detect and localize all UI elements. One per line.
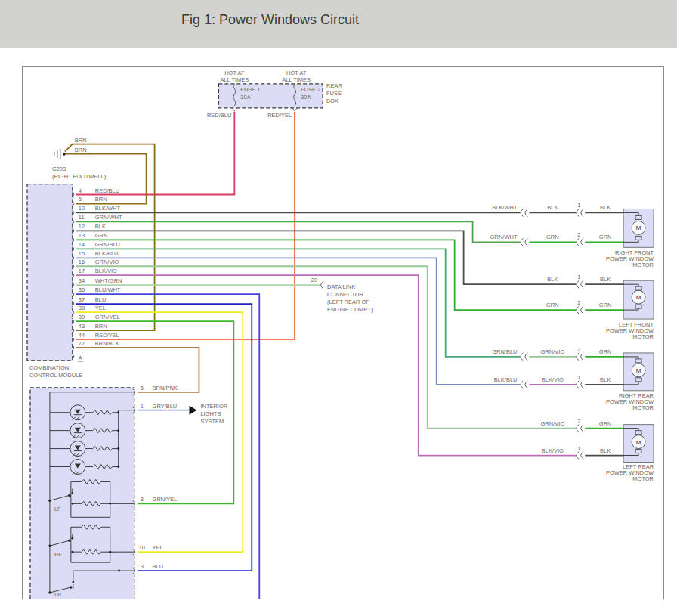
pin-34-num: 34 xyxy=(79,277,85,284)
fuse-box-name-2: FUSE xyxy=(326,90,342,97)
all-times-label-1: ALL TIMES xyxy=(220,76,249,83)
pin-4-num: 4 xyxy=(79,187,82,194)
spin-6-num: 6 xyxy=(141,385,144,392)
rr-row1-mid: GRN/VIO xyxy=(541,348,565,355)
interior-lights-system: INTERIOR LIGHTS SYSTEM xyxy=(189,403,227,425)
lr-row2-pin: 1 xyxy=(577,445,580,452)
pin-17-num: 17 xyxy=(79,268,85,274)
data-link-pin: 20 xyxy=(311,277,317,283)
lf-row1-inner: BLK xyxy=(600,276,611,283)
pin-16-label: GRN/VIO xyxy=(95,258,119,265)
lf-row2-pin: 2 xyxy=(577,299,580,306)
pin-5-label: BRN xyxy=(95,196,107,203)
rf-row1-outer: BLK/WHT xyxy=(492,204,518,211)
contact-dot xyxy=(71,551,73,553)
pin-12-num: 12 xyxy=(79,223,85,230)
ground-location: (RIGHT FOOTWELL) xyxy=(52,173,107,180)
rf-row2-inner: GRN xyxy=(599,234,612,240)
junction-dot xyxy=(118,570,120,572)
contact-dot xyxy=(71,503,73,505)
motor-symbol: M xyxy=(636,367,641,374)
rr-row2-inner: BLK xyxy=(600,376,611,383)
circuit-diagram: HOT AT ALL TIMES HOT AT ALL TIMES FUSE 1… xyxy=(23,67,663,599)
motor-symbol: M xyxy=(636,294,641,301)
fuse1-amps: 30A xyxy=(240,94,250,101)
pin-15-num: 15 xyxy=(79,250,85,257)
arrow-right-icon xyxy=(189,406,196,415)
pin-38-label: YEL xyxy=(95,305,106,311)
pin-37-num: 37 xyxy=(79,296,85,303)
switch-rf-label: RF xyxy=(54,551,62,558)
motor-symbol: M xyxy=(636,224,641,231)
junction-dot xyxy=(109,503,111,505)
pin-15-label: BLK/BLU xyxy=(95,250,119,257)
pin-4-label: RED/BLU xyxy=(95,187,119,194)
data-link-line2: CONNECTOR xyxy=(327,291,364,298)
pin-44-num: 44 xyxy=(79,332,85,339)
wire-pin77-brn-blk xyxy=(76,348,199,392)
ground-icon xyxy=(54,149,60,159)
wire-pin14-grn-blu xyxy=(76,249,521,357)
ground-wire1-label: BRN xyxy=(75,137,87,144)
title-bar: Fig 1: Power Windows Circuit xyxy=(0,0,677,48)
ground-wire2-label: BRN xyxy=(75,147,87,153)
rf-row1-pin: 1 xyxy=(577,202,580,209)
junction-dot xyxy=(117,466,119,468)
contact-dot xyxy=(72,581,74,583)
lr-row1-inner: GRN xyxy=(599,420,612,427)
rf-motor-caption-3: MOTOR xyxy=(632,262,654,268)
lf-row1-mid: BLK xyxy=(547,276,558,283)
module-caption-2: CONTROL MODULE xyxy=(29,372,82,379)
motor-symbol: M xyxy=(636,439,641,446)
rf-row2-mid: GRN xyxy=(546,234,559,240)
spin-3-label: BLU xyxy=(153,563,164,570)
rr-row2-pin: 1 xyxy=(577,374,580,381)
fuse1-name: FUSE 1 xyxy=(240,86,260,93)
data-link-line1: DATA LINK xyxy=(327,283,355,290)
rf-row2-pin: 2 xyxy=(577,231,580,238)
data-link-connector: 20 DATA LINK CONNECTOR (LEFT REAR OF ENG… xyxy=(311,277,373,313)
fuse-box-name-3: BOX xyxy=(326,98,338,104)
rf-row1-inner: BLK xyxy=(600,204,611,211)
switch-lr-label: LR xyxy=(54,591,62,598)
wire-fuse2-red-yel xyxy=(76,112,295,339)
pin-11-num: 11 xyxy=(79,214,85,221)
junction-dot xyxy=(117,447,119,450)
rr-row1-outer: GRN/BLU xyxy=(492,348,517,355)
page-title: Fig 1: Power Windows Circuit xyxy=(181,12,359,28)
pin-44-label: RED/YEL xyxy=(95,332,119,339)
pin-12-label: BLK xyxy=(95,223,106,230)
pin-5-num: 5 xyxy=(79,196,82,203)
pivot-dot xyxy=(70,586,72,588)
fuse-box-name-1: REAR xyxy=(326,82,342,89)
pin-43-num: 43 xyxy=(79,323,85,330)
all-times-label-2: ALL TIMES xyxy=(282,76,311,83)
rf-row1-mid: BLK xyxy=(547,204,558,211)
interior-lights-line2: LIGHTS xyxy=(200,410,221,417)
spin-8-label: GRN/YEL xyxy=(153,496,178,503)
pin-16-num: 16 xyxy=(79,258,85,265)
fuse2-wire-label: RED/YEL xyxy=(267,112,292,119)
pivot-dot xyxy=(68,540,70,542)
pin-10-label: BLK/WHT xyxy=(95,205,121,212)
fuse1-wire-label: RED/BLU xyxy=(207,112,231,119)
spin-1-label: GRY/BLU xyxy=(153,403,178,410)
fuse2-name: FUSE 2 xyxy=(301,86,320,93)
hot-at-label-2: HOT AT xyxy=(286,70,307,76)
interior-lights-line3: SYSTEM xyxy=(200,418,224,425)
rr-row1-pin: 2 xyxy=(577,346,580,353)
pin-14-num: 14 xyxy=(79,241,85,248)
lf-row2-mid: GRN xyxy=(546,302,559,308)
hot-at-label-1: HOT AT xyxy=(224,70,245,76)
pin-39-num: 39 xyxy=(79,314,85,320)
lr-motor-caption-3: MOTOR xyxy=(632,475,654,482)
ground-junction-dot xyxy=(63,153,66,156)
pin-37-label: BLU xyxy=(95,296,107,303)
rr-row2-mid: BLK/VIO xyxy=(542,376,564,383)
pin-77-label: BRN/BLK xyxy=(95,340,119,347)
pin-13-num: 13 xyxy=(79,232,85,239)
pin-77-num: 77 xyxy=(79,340,85,347)
pin-13-label: GRN xyxy=(95,232,108,239)
wire-fuse1-red-blu xyxy=(76,112,235,195)
ground-id: G203 xyxy=(52,166,66,172)
